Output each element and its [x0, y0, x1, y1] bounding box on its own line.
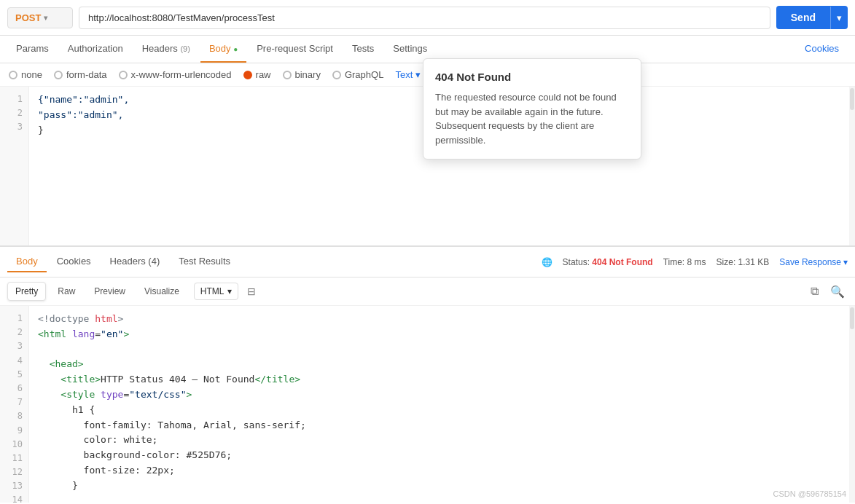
resp-line-1: 1 [0, 312, 28, 326]
resp-line-6: 6 [0, 382, 28, 395]
resp-line-9: 9 [0, 424, 28, 438]
method-label: POST [15, 12, 41, 23]
resp-line-2: 2 [0, 326, 28, 339]
option-graphql[interactable]: GraphQL [332, 69, 383, 80]
radio-raw [243, 71, 252, 79]
method-chevron-icon: ▾ [44, 14, 47, 22]
line-num-2: 2 [0, 106, 28, 120]
resp-line-14: 14 [0, 493, 28, 503]
response-tabs-bar: Body Cookies Headers (4) Test Results 🌐 … [0, 247, 855, 277]
response-code-content[interactable]: <!doctype html> <html lang="en"> <head> … [29, 306, 849, 503]
response-body-editor: 1 2 3 4 5 6 7 8 9 10 11 12 13 14 15 <!do… [0, 306, 855, 503]
option-form-data[interactable]: form-data [54, 69, 107, 80]
url-bar: POST ▾ Send ▾ [0, 0, 855, 36]
resp-tab-cookies[interactable]: Cookies [48, 251, 100, 272]
status-value: 404 Not Found [592, 257, 652, 267]
tooltip-title: 404 Not Found [435, 71, 629, 83]
tooltip-body: The requested resource could not be foun… [435, 90, 629, 147]
resp-line-7: 7 [0, 395, 28, 409]
size-label: Size: 1.31 KB [717, 257, 770, 267]
option-form-data-label: form-data [66, 69, 107, 80]
format-preview[interactable]: Preview [87, 283, 133, 300]
tab-headers[interactable]: Headers (9) [133, 36, 199, 63]
request-line-numbers: 1 2 3 [0, 87, 29, 245]
tab-body[interactable]: Body ● [200, 36, 246, 63]
format-type-select[interactable]: HTML ▾ [194, 283, 238, 300]
cookies-link[interactable]: Cookies [796, 36, 848, 63]
text-format-chevron-icon: ▾ [415, 69, 421, 80]
resp-line-13: 13 [0, 479, 28, 493]
resp-line-12: 12 [0, 465, 28, 479]
format-type-label: HTML [200, 286, 225, 296]
radio-binary [283, 71, 292, 79]
option-none-label: none [21, 69, 42, 80]
option-graphql-label: GraphQL [345, 69, 383, 80]
time-label: Time: 8 ms [663, 257, 706, 267]
request-scrollbar[interactable] [849, 87, 855, 245]
option-binary[interactable]: binary [283, 69, 321, 80]
resp-tab-test-results[interactable]: Test Results [170, 251, 239, 272]
resp-tab-body[interactable]: Body [7, 251, 47, 272]
resp-line-5: 5 [0, 368, 28, 382]
globe-icon[interactable]: 🌐 [542, 257, 553, 267]
resp-line-10: 10 [0, 438, 28, 452]
tooltip-popup: 404 Not Found The requested resource cou… [423, 58, 641, 160]
line-num-3: 3 [0, 120, 28, 134]
method-select[interactable]: POST ▾ [7, 7, 73, 28]
response-scrollbar[interactable] [849, 306, 855, 503]
tab-pre-request[interactable]: Pre-request Script [248, 36, 342, 63]
save-response-label: Save Response [779, 257, 841, 267]
save-response-button[interactable]: Save Response ▾ [779, 257, 848, 267]
text-format-select[interactable]: Text ▾ [395, 69, 421, 80]
radio-urlencoded [119, 71, 128, 79]
response-scrollbar-thumb [850, 307, 854, 329]
tab-params[interactable]: Params [7, 36, 58, 63]
response-format-bar: Pretty Raw Preview Visualize HTML ▾ ⊟ ⧉ … [0, 277, 855, 306]
resp-line-4: 4 [0, 354, 28, 368]
option-binary-label: binary [295, 69, 321, 80]
send-button[interactable]: Send [776, 6, 830, 29]
text-format-label: Text [395, 69, 413, 80]
option-none[interactable]: none [9, 69, 42, 80]
tab-tests[interactable]: Tests [343, 36, 383, 63]
radio-form-data [54, 71, 63, 79]
radio-graphql [332, 71, 341, 79]
url-input[interactable] [79, 7, 770, 29]
status-label: Status: 404 Not Found [563, 257, 653, 267]
format-pretty[interactable]: Pretty [7, 282, 46, 301]
option-urlencoded[interactable]: x-www-form-urlencoded [119, 69, 232, 80]
send-dropdown-button[interactable]: ▾ [830, 7, 848, 29]
search-icon[interactable]: 🔍 [827, 283, 848, 300]
save-response-chevron-icon: ▾ [843, 257, 848, 267]
radio-none [9, 71, 17, 79]
option-raw-label: raw [256, 69, 271, 80]
watermark: CSDN @596785154 [773, 489, 846, 498]
time-value: 8 ms [687, 257, 706, 267]
tab-authorization[interactable]: Authorization [59, 36, 132, 63]
format-type-chevron-icon: ▾ [227, 286, 232, 296]
resp-line-3: 3 [0, 339, 28, 353]
resp-line-11: 11 [0, 452, 28, 465]
option-urlencoded-label: x-www-form-urlencoded [131, 69, 232, 80]
option-raw[interactable]: raw [243, 69, 271, 80]
format-raw[interactable]: Raw [50, 283, 82, 300]
size-value: 1.31 KB [738, 257, 770, 267]
send-button-group: Send ▾ [776, 6, 848, 29]
resp-tab-headers[interactable]: Headers (4) [101, 251, 169, 272]
resp-line-8: 8 [0, 409, 28, 423]
filter-icon[interactable]: ⊟ [247, 286, 256, 297]
format-visualize[interactable]: Visualize [137, 283, 187, 300]
request-scrollbar-thumb [850, 88, 854, 110]
copy-icon[interactable]: ⧉ [808, 283, 821, 300]
response-actions: ⧉ 🔍 [808, 283, 848, 300]
line-num-1: 1 [0, 92, 28, 106]
response-meta: 🌐 Status: 404 Not Found Time: 8 ms Size:… [542, 257, 848, 267]
response-line-numbers: 1 2 3 4 5 6 7 8 9 10 11 12 13 14 15 [0, 306, 29, 503]
